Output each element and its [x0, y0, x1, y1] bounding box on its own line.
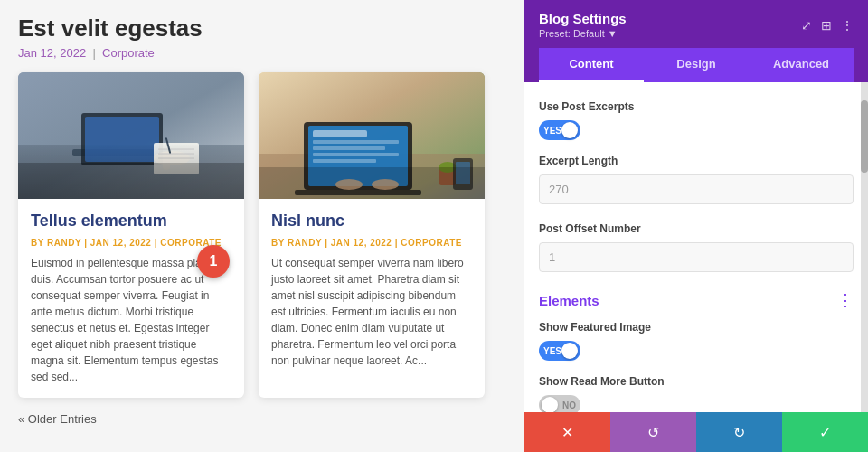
blog-meta: Jan 12, 2022 | Corporate — [18, 46, 506, 60]
use-post-excerpts-knob — [561, 122, 578, 138]
grid-icon[interactable]: ⊞ — [821, 18, 832, 33]
show-featured-image-toggle[interactable]: YES — [539, 341, 580, 361]
settings-title: Blog Settings — [539, 11, 627, 26]
cards-row: Tellus elementum BY RANDY | JAN 12, 2022… — [18, 72, 506, 398]
svg-rect-29 — [259, 167, 485, 199]
card-1: Tellus elementum BY RANDY | JAN 12, 2022… — [18, 72, 244, 398]
svg-rect-6 — [163, 152, 170, 170]
settings-tabs: Content Design Advanced — [539, 48, 854, 82]
tab-design[interactable]: Design — [644, 48, 749, 82]
elements-header: Elements ⋮ — [539, 290, 854, 310]
settings-preset[interactable]: Preset: Default ▼ — [539, 28, 627, 39]
svg-rect-4 — [85, 117, 159, 162]
left-panel: Est velit egestas Jan 12, 2022 | Corpora… — [0, 0, 524, 452]
excerpt-length-input[interactable] — [539, 174, 854, 204]
show-read-more-toggle-row: NO — [539, 395, 854, 412]
use-post-excerpts-label: Use Post Excerpts — [539, 100, 854, 113]
settings-footer: ✕ ↺ ↻ ✓ — [524, 412, 868, 452]
card-title-1: Tellus elementum — [31, 212, 231, 231]
svg-rect-18 — [313, 140, 399, 144]
blog-date: Jan 12, 2022 — [18, 46, 86, 60]
elements-more-icon[interactable]: ⋮ — [837, 290, 854, 310]
reset-icon: ↺ — [647, 424, 659, 441]
settings-header: Blog Settings Preset: Default ▼ ⤢ ⊞ ⋮ Co… — [524, 0, 868, 82]
save-button[interactable]: ✓ — [782, 412, 868, 452]
fullscreen-icon[interactable]: ⤢ — [801, 18, 812, 33]
svg-rect-2 — [72, 149, 172, 156]
show-featured-image-toggle-label: YES — [543, 346, 561, 356]
blog-category: Corporate — [102, 46, 155, 60]
card-text-1: Euismod in pellentesque massa placerat d… — [31, 255, 231, 385]
tab-advanced[interactable]: Advanced — [749, 48, 854, 82]
show-featured-image-toggle-row: YES — [539, 341, 854, 361]
excerpt-length-label: Excerpt Length — [539, 155, 854, 167]
use-post-excerpts-toggle-row: YES — [539, 120, 854, 140]
svg-rect-20 — [313, 153, 399, 156]
post-offset-label: Post Offset Number — [539, 222, 854, 235]
card-body-1: Tellus elementum BY RANDY | JAN 12, 2022… — [18, 199, 244, 398]
card-title-2: Nisl nunc — [271, 212, 472, 231]
show-read-more-toggle[interactable]: NO — [539, 395, 580, 412]
settings-title-group: Blog Settings Preset: Default ▼ — [539, 11, 627, 39]
settings-body: Use Post Excerpts YES Excerpt Length Pos… — [524, 82, 868, 412]
notification-badge: 1 — [197, 245, 230, 278]
scrollbar-track[interactable] — [861, 82, 868, 412]
older-entries[interactable]: « Older Entries — [18, 412, 506, 426]
header-icons: ⤢ ⊞ ⋮ — [801, 18, 854, 33]
use-post-excerpts-toggle-label: YES — [543, 126, 561, 136]
reset-button[interactable]: ↺ — [610, 412, 696, 452]
card-image-1 — [18, 72, 244, 199]
card-body-2: Nisl nunc BY RANDY | JAN 12, 2022 | CORP… — [259, 199, 485, 381]
card-text-2: Ut consequat semper viverra nam libero j… — [271, 255, 472, 369]
more-icon[interactable]: ⋮ — [841, 18, 854, 33]
use-post-excerpts-toggle[interactable]: YES — [539, 120, 580, 140]
elements-title: Elements — [539, 293, 599, 308]
scrollbar-thumb[interactable] — [861, 100, 868, 173]
right-panel: Blog Settings Preset: Default ▼ ⤢ ⊞ ⋮ Co… — [524, 0, 868, 452]
show-featured-image-label: Show Featured Image — [539, 321, 854, 334]
tab-content[interactable]: Content — [539, 48, 644, 82]
svg-rect-19 — [313, 146, 385, 150]
show-read-more-label: Show Read More Button — [539, 375, 854, 388]
older-entries-link[interactable]: « Older Entries — [18, 412, 97, 426]
refresh-icon: ↻ — [733, 424, 745, 441]
cancel-icon: ✕ — [561, 424, 573, 441]
cancel-button[interactable]: ✕ — [524, 412, 610, 452]
svg-rect-17 — [313, 130, 367, 137]
card-author-2: BY RANDY | JAN 12, 2022 | CORPORATE — [271, 238, 472, 248]
svg-rect-21 — [313, 159, 376, 163]
blog-title: Est velit egestas — [18, 14, 506, 42]
refresh-button[interactable]: ↻ — [696, 412, 782, 452]
card-author-1: BY RANDY | JAN 12, 2022 | CORPORATE — [31, 238, 231, 248]
show-read-more-knob — [542, 397, 558, 412]
svg-rect-12 — [18, 163, 244, 199]
svg-point-5 — [154, 151, 190, 165]
show-read-more-toggle-label: NO — [562, 400, 576, 410]
card-2: Nisl nunc BY RANDY | JAN 12, 2022 | CORP… — [259, 72, 485, 398]
save-icon: ✓ — [819, 424, 831, 441]
show-featured-image-knob — [561, 343, 578, 359]
post-offset-input[interactable] — [539, 242, 854, 272]
svg-rect-1 — [18, 145, 244, 199]
svg-rect-7 — [154, 143, 199, 174]
cards-wrapper: Tellus elementum BY RANDY | JAN 12, 2022… — [18, 72, 506, 398]
settings-header-top: Blog Settings Preset: Default ▼ ⤢ ⊞ ⋮ — [539, 11, 854, 39]
card-image-2 — [259, 72, 485, 199]
